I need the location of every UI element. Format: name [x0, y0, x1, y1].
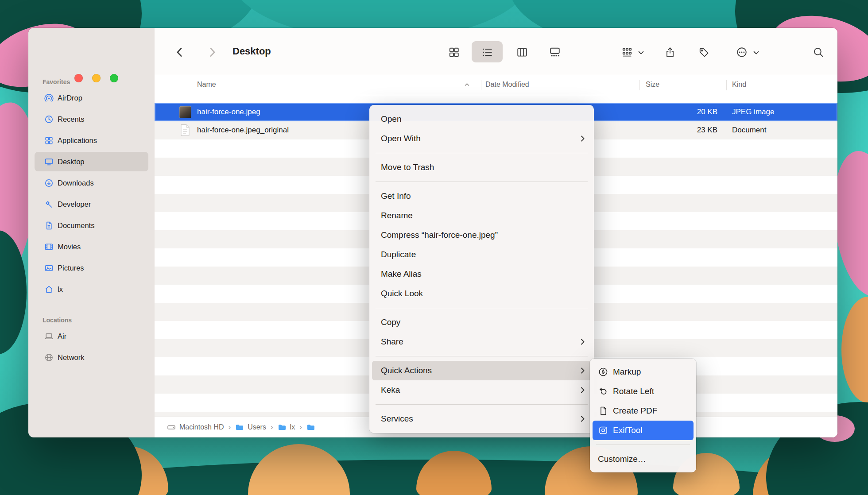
menu-item-move-to-trash[interactable]: Move to Trash — [372, 158, 591, 177]
path-item[interactable]: lx — [290, 423, 295, 431]
path-item[interactable]: Users — [248, 423, 266, 431]
sidebar-item-airdrop[interactable]: AirDrop — [35, 88, 148, 108]
path-separator: › — [271, 423, 273, 432]
folder-icon — [278, 423, 287, 432]
share-button[interactable] — [662, 44, 678, 60]
document-file-icon — [180, 124, 190, 136]
sidebar-item-applications[interactable]: Applications — [35, 131, 148, 150]
icon-view-button[interactable] — [446, 44, 462, 60]
sidebar-favorites-list: AirDrop Recents Applications — [28, 88, 155, 299]
folder-icon — [306, 423, 315, 432]
gallery-view-button[interactable] — [547, 44, 563, 60]
column-header-size[interactable]: Size — [646, 81, 659, 89]
column-view-button[interactable] — [514, 44, 530, 60]
menu-item-make-alias[interactable]: Make Alias — [372, 264, 591, 284]
menu-item-label: Copy — [381, 317, 400, 327]
menu-item-open[interactable]: Open — [372, 109, 591, 129]
path-item[interactable]: Macintosh HD — [179, 423, 224, 431]
back-button[interactable] — [172, 44, 188, 60]
chevron-right-icon — [581, 387, 585, 394]
menu-item-label: Services — [381, 414, 413, 424]
sidebar-item-developer[interactable]: Developer — [35, 194, 148, 214]
menu-item-copy[interactable]: Copy — [372, 313, 591, 332]
column-header-kind[interactable]: Kind — [732, 81, 746, 89]
menu-item-label: Move to Trash — [381, 162, 434, 172]
sidebar-item-documents[interactable]: Documents — [35, 216, 148, 235]
sidebar-item-label: Downloads — [58, 179, 94, 187]
submenu-item-customize[interactable]: Customize… — [593, 449, 694, 469]
list-view-button[interactable] — [479, 44, 495, 60]
sidebar-item-label: Applications — [58, 136, 97, 145]
menu-item-quick-actions[interactable]: Quick Actions — [372, 361, 591, 380]
sidebar-item-air[interactable]: Air — [35, 326, 148, 346]
applications-icon — [44, 136, 54, 145]
airdrop-icon — [44, 93, 54, 103]
menu-item-duplicate[interactable]: Duplicate — [372, 245, 591, 264]
menu-item-open-with[interactable]: Open With — [372, 129, 591, 148]
submenu-item-rotate-left[interactable]: Rotate Left — [593, 382, 694, 401]
globe-icon — [44, 353, 54, 362]
zoom-window-button[interactable] — [110, 74, 118, 82]
submenu-item-markup[interactable]: Markup — [593, 362, 694, 382]
desktop-icon — [44, 157, 54, 166]
submenu-item-exiftool[interactable]: ExifTool — [593, 421, 694, 440]
sidebar-locations-list: Air Network — [28, 326, 155, 367]
menu-item-rename[interactable]: Rename — [372, 206, 591, 225]
submenu-item-create-pdf[interactable]: Create PDF — [593, 401, 694, 421]
menu-item-keka[interactable]: Keka — [372, 380, 591, 400]
chevron-right-icon — [581, 135, 585, 142]
menu-item-compress[interactable]: Compress “hair-force-one.jpeg” — [372, 225, 591, 245]
disk-icon — [167, 423, 176, 432]
tag-button[interactable] — [696, 44, 712, 60]
minimize-window-button[interactable] — [92, 74, 101, 82]
more-actions-button[interactable] — [734, 44, 750, 60]
sidebar-item-pictures[interactable]: Pictures — [35, 258, 148, 278]
sidebar-section-locations: Locations — [43, 317, 155, 324]
menu-separator — [376, 308, 588, 308]
close-window-button[interactable] — [74, 74, 83, 82]
sidebar-item-home-lx[interactable]: lx — [35, 279, 148, 299]
sidebar-item-recents[interactable]: Recents — [35, 109, 148, 129]
exiftool-icon — [598, 425, 608, 436]
menu-item-share[interactable]: Share — [372, 332, 591, 352]
sidebar-item-desktop[interactable]: Desktop — [35, 152, 148, 171]
sidebar-item-movies[interactable]: Movies — [35, 237, 148, 256]
downloads-icon — [44, 178, 54, 188]
sidebar-item-label: Movies — [58, 243, 81, 251]
submenu-item-label: ExifTool — [613, 425, 643, 435]
hammer-icon — [44, 200, 54, 209]
file-size: 20 KB — [639, 108, 717, 116]
menu-item-get-info[interactable]: Get Info — [372, 186, 591, 206]
column-divider — [481, 80, 481, 90]
file-kind: Document — [732, 126, 766, 135]
menu-separator — [596, 445, 690, 445]
group-by-button[interactable] — [619, 44, 635, 60]
menu-item-quick-look[interactable]: Quick Look — [372, 284, 591, 303]
chevron-down-icon — [753, 51, 759, 55]
file-kind: JPEG image — [732, 108, 774, 116]
home-icon — [44, 285, 54, 294]
window-title: Desktop — [232, 46, 271, 57]
context-menu: Open Open With Move to Trash Get Info Re… — [369, 105, 594, 433]
menu-item-label: Quick Actions — [381, 366, 432, 375]
column-header-name[interactable]: Name — [197, 81, 216, 89]
menu-item-label: Open With — [381, 134, 421, 143]
chevron-right-icon — [581, 338, 585, 345]
path-separator: › — [228, 423, 231, 432]
sidebar-item-label: Documents — [58, 221, 94, 230]
submenu-item-label: Create PDF — [613, 406, 657, 416]
menu-item-label: Open — [381, 114, 401, 124]
submenu-item-label: Customize… — [598, 454, 646, 464]
menu-separator — [376, 153, 588, 153]
file-name: hair-force-one.jpeg_original — [197, 126, 289, 135]
sidebar-item-label: lx — [58, 285, 63, 294]
menu-item-services[interactable]: Services — [372, 409, 591, 429]
sidebar-item-network[interactable]: Network — [35, 348, 148, 367]
forward-button[interactable] — [204, 44, 220, 60]
create-pdf-icon — [598, 406, 608, 416]
column-header-date-modified[interactable]: Date Modified — [485, 81, 529, 89]
sidebar-item-downloads[interactable]: Downloads — [35, 173, 148, 193]
search-button[interactable] — [810, 44, 826, 60]
sidebar-item-label: AirDrop — [58, 94, 82, 102]
path-separator: › — [299, 423, 302, 432]
